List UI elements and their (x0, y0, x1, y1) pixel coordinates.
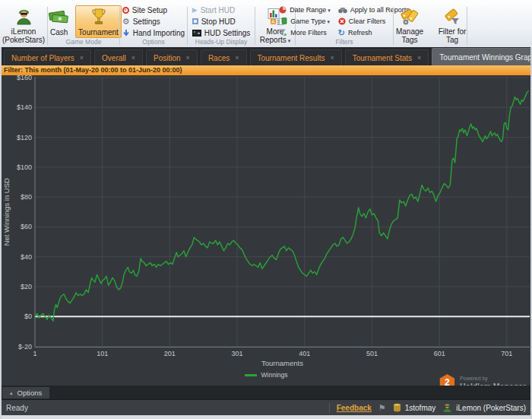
ribbon-group-game-mode: Cash Tournament Game Mode (48, 5, 119, 47)
binoculars-icon (338, 7, 347, 14)
status-separator (329, 403, 330, 413)
y-tick-label: $120 (17, 134, 32, 141)
x-tick-label: 401 (299, 350, 310, 357)
ribbon-group-label: Filters (296, 38, 393, 47)
close-icon[interactable]: × (186, 55, 190, 62)
holdem-manager-window: iLemon(PokerStars) Hero Cash (0, 0, 532, 419)
cash-label: Cash (50, 28, 68, 37)
feedback-link[interactable]: Feedback (337, 404, 372, 412)
gear-icon: ⚙ (122, 17, 130, 25)
status-bar: Ready Feedback ⚑ 1stofmay iLemon (PokerS… (0, 399, 532, 415)
active-database-item[interactable]: 1stofmay (393, 403, 436, 412)
tab-position[interactable]: Position× (146, 49, 198, 65)
y-tick-label: $60 (21, 223, 32, 230)
x-tick-label: 601 (434, 350, 445, 357)
ribbon-group-hud: ▶ Start HUD Stop HUD HUD Settings (188, 5, 255, 47)
manage-tags-button[interactable]: Manage Tags (390, 5, 429, 46)
cash-icon (49, 8, 69, 27)
svg-text:A: A (271, 18, 275, 24)
tab-number-of-players[interactable]: Number of Players× (4, 49, 91, 65)
clear-filters-icon (338, 17, 346, 25)
ribbon-group-hero: iLemon(PokerStars) Hero (0, 5, 47, 47)
x-tick-label: 501 (366, 350, 378, 357)
y-axis-title: Net Winnings in USD (2, 178, 11, 246)
ribbon-group-label: Heads-Up Display (188, 38, 255, 47)
filter-for-tag-label: Filter for Tag (437, 27, 467, 44)
close-icon[interactable]: × (131, 55, 135, 62)
game-type-button[interactable]: Game Type (277, 16, 332, 27)
window-frame-left (0, 47, 2, 419)
powered-by-text: Powered by (460, 375, 526, 382)
tab-tournament-stats[interactable]: Tournament Stats× (345, 49, 429, 65)
legend-label: Winnings (261, 371, 288, 379)
database-icon (393, 403, 401, 412)
ribbon-toolbar: iLemon(PokerStars) Hero Cash (0, 5, 532, 48)
hud-settings-button[interactable]: HUD Settings (191, 27, 252, 38)
active-player-item[interactable]: iLemon (PokerStars) (442, 403, 526, 413)
tag-filter-icon (442, 7, 462, 27)
ribbon-group-options: Site Setup ⚙ Settings Hand Importing Opt… (120, 5, 187, 47)
y-tick-label: $80 (21, 193, 32, 201)
stop-hud-button[interactable]: Stop HUD (191, 16, 252, 27)
date-range-button[interactable]: Date Range (277, 5, 332, 15)
window-frame-bottom (0, 415, 532, 419)
close-icon[interactable]: × (80, 55, 84, 62)
tab-tournament-winnings-graph[interactable]: Tournament Winnings Graph× (432, 48, 532, 65)
trophy-icon (91, 8, 106, 27)
tournament-button[interactable]: Tournament (75, 5, 122, 38)
tags-icon (400, 7, 420, 27)
tab-tournament-results[interactable]: Tournament Results× (250, 49, 342, 65)
cash-button[interactable]: Cash (46, 5, 72, 38)
options-bar: ▴ Options (0, 386, 532, 399)
legend-swatch (245, 374, 257, 376)
ribbon-group-tagging: Manage Tags Filter for Tag Tourney Taggi… (394, 5, 467, 47)
hand-importing-button[interactable]: Hand Importing (121, 27, 186, 38)
flag-icon: ⚑ (378, 403, 386, 413)
ribbon-group-filters: Date Range Game Type More (296, 5, 393, 47)
close-icon[interactable]: × (330, 55, 334, 62)
hud-settings-icon (192, 30, 201, 37)
status-ready-text: Ready (6, 404, 329, 412)
winnings-chart: 1101201301401501601701$160$140$120$100$8… (0, 75, 532, 386)
tab-races[interactable]: Races× (201, 49, 247, 65)
play-icon: ▶ (192, 6, 198, 14)
ribbon-separator (467, 7, 467, 45)
x-tick-label: 301 (232, 350, 243, 357)
game-type-icon (279, 17, 287, 25)
y-tick-label: $40 (21, 253, 32, 261)
x-tick-label: 701 (501, 350, 512, 357)
manage-tags-label: Manage Tags (393, 27, 426, 44)
close-icon[interactable]: × (417, 55, 421, 62)
avatar-icon (15, 7, 33, 27)
start-hud-button: ▶ Start HUD (191, 5, 252, 15)
ribbon-group-label: Game Mode (48, 38, 119, 47)
y-tick-label: $100 (17, 163, 32, 171)
site-setup-button[interactable]: Site Setup (121, 5, 186, 15)
import-arrow-icon (122, 29, 130, 37)
settings-button[interactable]: ⚙ Settings (121, 16, 186, 27)
y-tick-label: $160 (17, 75, 32, 81)
x-tick-label: 1 (33, 350, 36, 357)
site-setup-icon (122, 7, 129, 14)
filter-summary-bar[interactable]: Filter: This month (01-May-20 00:00 to 0… (0, 65, 532, 75)
date-range-icon (279, 6, 287, 14)
refresh-icon: ↻ (338, 29, 345, 37)
filter-for-tag-button[interactable]: Filter for Tag (434, 5, 470, 46)
ribbon-group-label: Options (120, 38, 187, 47)
y-tick-label: $140 (17, 103, 32, 111)
y-tick-label: $0 (24, 313, 32, 320)
y-tick-label: $20 (21, 283, 32, 290)
more-filters-button[interactable]: More Filters (277, 27, 332, 38)
y-tick-label: $-20 (18, 343, 32, 351)
caret-up-icon: ▴ (10, 390, 13, 396)
tab-overall[interactable]: Overall× (94, 49, 143, 65)
tournament-label: Tournament (78, 28, 119, 37)
close-icon[interactable]: × (235, 55, 239, 62)
avatar-icon (442, 403, 452, 413)
funnel-icon (279, 29, 287, 37)
x-tick-label: 101 (97, 350, 108, 357)
x-axis-title: Tournaments (261, 359, 303, 367)
options-button[interactable]: ▴ Options (2, 387, 49, 398)
stop-icon (192, 18, 198, 24)
report-tabbar: Number of Players× Overall× Position× Ra… (0, 47, 532, 65)
